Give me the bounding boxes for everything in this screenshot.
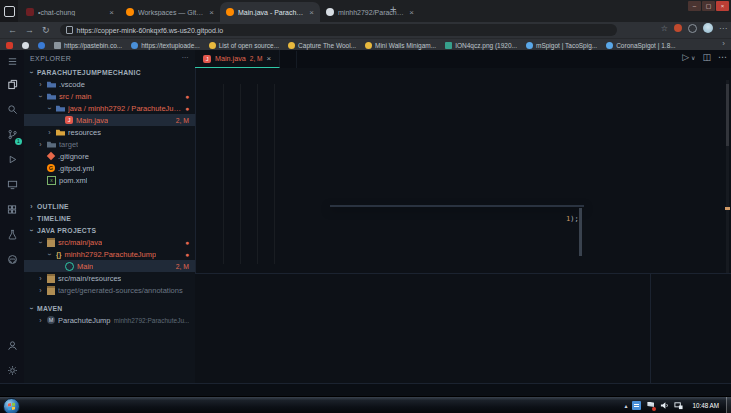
bookmark-favicon <box>288 42 295 49</box>
activity-settings-button[interactable] <box>0 358 24 383</box>
section-label: PARACHUTEJUMPMECHANIC <box>37 69 141 76</box>
class-icon <box>65 262 74 271</box>
network-icon[interactable] <box>674 401 683 410</box>
bookmark-item[interactable]: mSpigot | TacoSpig... <box>526 42 597 49</box>
browser-tab[interactable]: Main.java - ParachuteJumpMech× <box>220 2 320 22</box>
tree-item[interactable]: ›resources <box>24 126 195 138</box>
address-bar[interactable]: https://copper-mink-60nkqxf6.ws-us20.git… <box>60 24 617 36</box>
activity-remote-button[interactable] <box>0 172 24 197</box>
close-button[interactable]: × <box>716 1 729 11</box>
popup-scrollbar[interactable] <box>579 208 582 256</box>
activity-github-button[interactable] <box>0 247 24 272</box>
tree-item[interactable]: ›src / main● <box>24 90 195 102</box>
tab-close-icon[interactable]: × <box>266 54 271 63</box>
tab-close-icon[interactable]: × <box>409 8 414 17</box>
sidebar-more-icon[interactable]: ⋯ <box>182 54 189 62</box>
minimize-button[interactable]: – <box>688 1 701 11</box>
activity-debug-button[interactable] <box>0 147 24 172</box>
extension-icon[interactable] <box>674 24 682 32</box>
activity-files-button[interactable] <box>0 72 24 97</box>
split-editor-icon[interactable]: ◫ <box>702 52 711 62</box>
tree-item[interactable]: ›java / minhh2792 / ParachuteJump● <box>24 102 195 114</box>
bookmark-item[interactable]: CoronaSpigot | 1.8... <box>606 42 676 49</box>
chevron-icon: › <box>37 287 44 294</box>
modified-dot: ● <box>185 239 195 246</box>
action-center-flag-icon[interactable] <box>646 401 655 410</box>
tree-item[interactable]: xpom.xml <box>24 174 195 186</box>
section-java-projects[interactable]: ›JAVA PROJECTS <box>24 224 195 236</box>
bookmark-item[interactable]: https://textuploade... <box>131 42 200 49</box>
bookmark-item[interactable]: https://pastebin.co... <box>54 42 122 49</box>
terminal-output[interactable] <box>195 290 650 294</box>
tab-close-icon[interactable]: × <box>309 8 314 17</box>
browser-menu-icon[interactable]: ⋯ <box>719 24 727 33</box>
bookmark-favicon <box>6 42 13 49</box>
activity-test-button[interactable] <box>0 222 24 247</box>
editor-more-icon[interactable]: ⋯ <box>718 52 727 62</box>
bookmark-favicon <box>131 42 138 49</box>
tree-item[interactable]: ›{}minhh2792.ParachuteJump● <box>24 248 195 260</box>
bookmarks-overflow-icon[interactable]: › <box>722 39 725 48</box>
browser-tab[interactable]: Workspaces — Gitpod× <box>120 2 220 22</box>
tab-close-icon[interactable]: × <box>109 8 114 17</box>
activity-search-button[interactable] <box>0 97 24 122</box>
section-parachutejumpmechanic[interactable]: ›PARACHUTEJUMPMECHANIC <box>24 66 195 78</box>
tree-item[interactable]: ›src/main/java● <box>24 236 195 248</box>
bookmark-item[interactable] <box>38 42 45 49</box>
tray-app-icon[interactable] <box>632 401 641 410</box>
tree-item[interactable]: JMain.java2, M <box>24 114 195 126</box>
hidden-icons-button[interactable]: ▴ <box>624 402 627 409</box>
activity-menu-button[interactable] <box>0 50 24 72</box>
back-icon[interactable]: ← <box>8 25 17 35</box>
forward-icon[interactable]: → <box>25 25 34 35</box>
window-controls: –▢× <box>687 1 729 11</box>
section-maven[interactable]: ›MAVEN <box>24 302 195 314</box>
start-button[interactable] <box>3 398 20 413</box>
chevron-icon: › <box>46 105 53 112</box>
minimap[interactable] <box>663 83 722 179</box>
tree-item[interactable]: G.gitpod.yml <box>24 162 195 174</box>
terminal-controls <box>651 274 731 280</box>
bookmark-item[interactable] <box>6 42 13 49</box>
browser-tab[interactable]: •chat-chung× <box>20 2 120 22</box>
activity-account-button[interactable] <box>0 333 24 358</box>
tree-item[interactable]: .gitignore <box>24 150 195 162</box>
tree-item[interactable]: Main2, M <box>24 260 195 272</box>
bookmark-item[interactable]: List of open source... <box>209 42 279 49</box>
tree-item[interactable]: ›src/main/resources <box>24 272 195 284</box>
maximize-button[interactable]: ▢ <box>702 1 715 11</box>
taskbar-clock[interactable]: 10:48 AM <box>688 402 723 409</box>
gitpod-favicon <box>226 8 234 16</box>
tree-item[interactable]: ›target <box>24 138 195 150</box>
new-tab-button[interactable]: + <box>390 4 396 15</box>
section-timeline[interactable]: ›TIMELINE <box>24 212 195 224</box>
browser-tab[interactable]: minhh2792/ParachuteJumpMech× <box>320 2 420 22</box>
github-favicon <box>326 8 334 16</box>
browser-sidebar-button[interactable] <box>0 0 18 22</box>
editor-tab[interactable] <box>280 51 297 68</box>
tab-title: Main.java - ParachuteJumpMech <box>238 9 305 16</box>
run-button[interactable]: ▷ <box>682 52 689 62</box>
bookmark-item[interactable] <box>22 42 29 49</box>
reload-icon[interactable]: ↻ <box>42 25 50 35</box>
run-dropdown-icon[interactable]: ∨ <box>691 54 695 61</box>
code-editor[interactable] <box>195 79 731 273</box>
editor-scrollbar-thumb[interactable] <box>726 84 729 146</box>
tab-close-icon[interactable]: × <box>209 8 214 17</box>
extension-icon[interactable] <box>688 24 697 33</box>
section-outline[interactable]: ›OUTLINE <box>24 200 195 212</box>
bookmark-item[interactable]: ION4qcz.png (1920... <box>445 42 517 49</box>
bookmark-star-icon[interactable]: ☆ <box>661 24 668 33</box>
activity-extensions-button[interactable] <box>0 197 24 222</box>
show-desktop-button[interactable] <box>726 397 731 413</box>
activity-bar-top: 1 <box>0 50 24 272</box>
tree-item[interactable]: ›MParachuteJumpminhh2792:ParachuteJu... <box>24 314 195 326</box>
bookmark-item[interactable]: Mini Walls Minigam... <box>365 42 436 49</box>
tree-item[interactable]: ›.vscode <box>24 78 195 90</box>
activity-scm-button[interactable]: 1 <box>0 122 24 147</box>
volume-icon[interactable] <box>660 401 669 410</box>
bookmark-item[interactable]: Capture The Wool... <box>288 42 356 49</box>
tree-item[interactable]: ›target/generated-sources/annotations <box>24 284 195 296</box>
profile-avatar[interactable] <box>703 23 713 33</box>
editor-tab[interactable]: JMain.java2, M× <box>195 50 280 68</box>
